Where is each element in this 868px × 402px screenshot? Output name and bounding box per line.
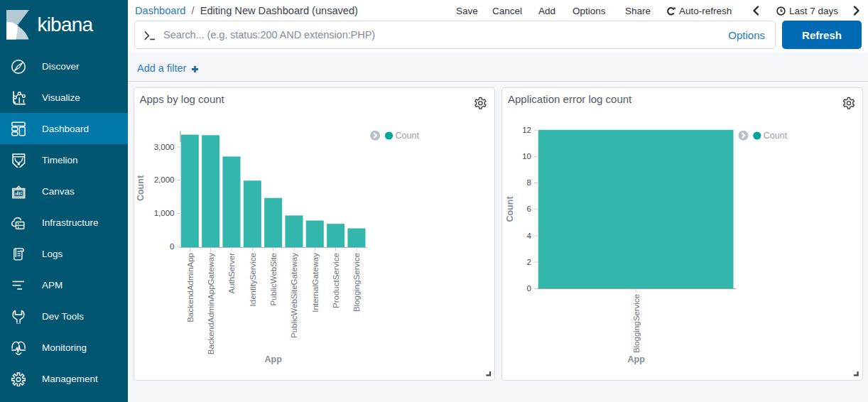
svg-text:PublicWebSiteGateway: PublicWebSiteGateway — [290, 252, 298, 337]
svg-text:AuthServer: AuthServer — [227, 252, 236, 293]
svg-text:PublicWebSite: PublicWebSite — [269, 253, 278, 306]
svg-text:App: App — [264, 354, 282, 364]
svg-text:BloggingService: BloggingService — [632, 294, 641, 353]
svg-text:3,000: 3,000 — [153, 142, 174, 151]
svg-text:8: 8 — [527, 178, 531, 187]
svg-text:BackendAdminApp: BackendAdminApp — [185, 253, 194, 322]
svg-text:0: 0 — [170, 241, 174, 250]
svg-text:BackendAdminAppGateway: BackendAdminAppGateway — [207, 252, 215, 354]
svg-text:Count: Count — [764, 131, 788, 141]
svg-text:4: 4 — [527, 231, 532, 239]
svg-text:12: 12 — [522, 125, 531, 134]
svg-text:ProductService: ProductService — [332, 253, 340, 308]
svg-text:6: 6 — [527, 205, 531, 213]
svg-text:IdentityService: IdentityService — [248, 253, 256, 306]
svg-text:10: 10 — [522, 152, 531, 161]
svg-text:Count: Count — [136, 175, 146, 201]
svg-text:Count: Count — [395, 131, 419, 141]
svg-text:InternalGateway: InternalGateway — [310, 252, 319, 312]
svg-text:2: 2 — [527, 257, 531, 266]
svg-text:Count: Count — [505, 195, 515, 222]
svg-text:2,000: 2,000 — [153, 175, 174, 184]
svg-text:1,000: 1,000 — [153, 208, 174, 217]
svg-text:0: 0 — [527, 283, 531, 292]
svg-text:App: App — [628, 354, 646, 364]
svg-text:BloggingService: BloggingService — [352, 253, 361, 312]
